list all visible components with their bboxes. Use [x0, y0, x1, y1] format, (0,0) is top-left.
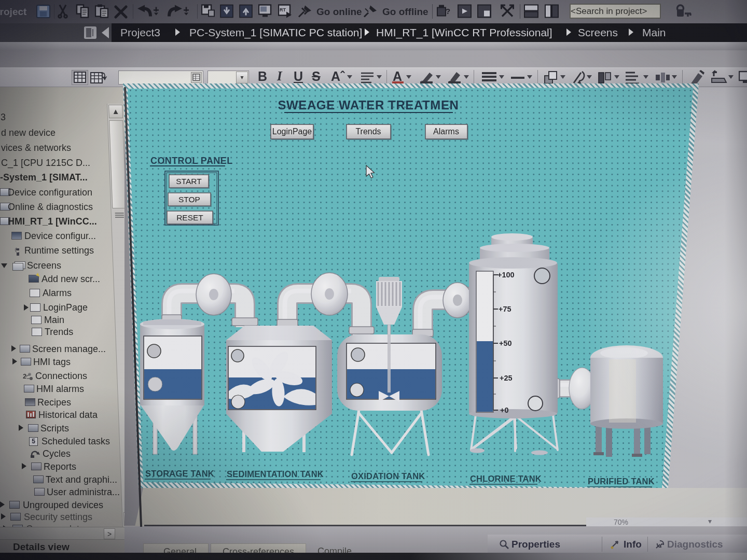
svg-text:SEDIMENTATION TANK: SEDIMENTATION TANK	[227, 469, 324, 479]
svg-text:STOP: STOP	[178, 195, 200, 204]
svg-text:OXIDATION TANK: OXIDATION TANK	[351, 471, 425, 481]
svg-text:RESET: RESET	[176, 213, 203, 222]
svg-text:Trends: Trends	[355, 127, 381, 136]
svg-text:CONTROL PANEL: CONTROL PANEL	[150, 156, 233, 166]
svg-text:START: START	[176, 177, 202, 186]
svg-text:RT: RT	[280, 7, 286, 12]
svg-text:?: ?	[446, 7, 450, 16]
svg-text:+100: +100	[497, 271, 515, 279]
svg-text:Alarms: Alarms	[433, 127, 459, 136]
svg-text:+75: +75	[499, 305, 511, 313]
svg-text:+0: +0	[500, 406, 509, 414]
svg-text:STORAGE TANK: STORAGE TANK	[145, 469, 214, 478]
svg-text:+50: +50	[499, 339, 512, 347]
svg-text:+25: +25	[500, 374, 513, 382]
svg-text:SWEAGE WATER TREATMEN: SWEAGE WATER TREATMEN	[278, 98, 459, 112]
svg-text:CHLORINE TANK: CHLORINE TANK	[470, 474, 542, 483]
svg-text:PURIFIED TANK: PURIFIED TANK	[588, 477, 655, 486]
svg-text:LoginPage: LoginPage	[272, 127, 312, 136]
